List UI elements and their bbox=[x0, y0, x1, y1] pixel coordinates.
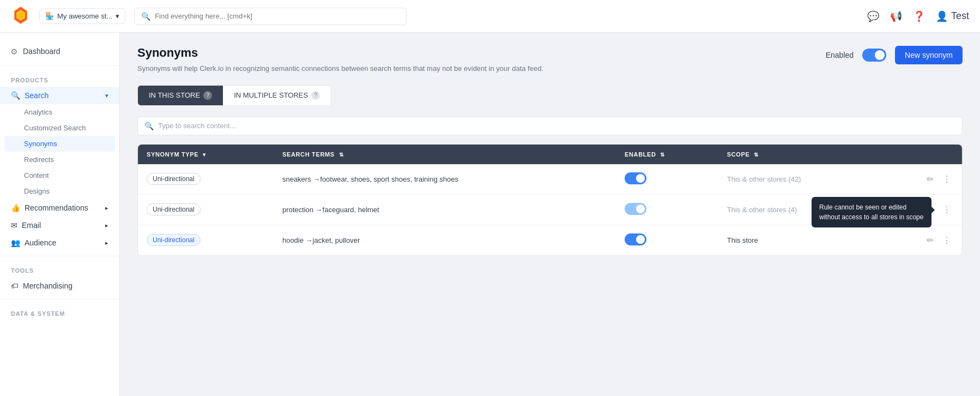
row3-type: Uni-directional bbox=[138, 225, 274, 255]
topnav-right: 💬 📢 ❓ 👤 Test bbox=[867, 10, 969, 22]
tab-in-multiple-stores-label: IN MULTIPLE STORES bbox=[234, 91, 308, 99]
col-actions bbox=[880, 145, 962, 164]
user-menu[interactable]: 👤 Test bbox=[936, 10, 969, 22]
tab-in-multiple-stores-help[interactable]: ? bbox=[311, 91, 320, 100]
email-label: Email bbox=[22, 221, 41, 230]
row2-toggle[interactable] bbox=[625, 203, 646, 215]
sidebar-item-analytics[interactable]: Analytics bbox=[0, 104, 119, 120]
row3-toggle[interactable] bbox=[625, 233, 646, 245]
sidebar-item-audience[interactable]: 👥 Audience ▸ bbox=[0, 234, 119, 251]
user-icon: 👤 bbox=[936, 10, 948, 22]
sidebar-item-search[interactable]: 🔍 Search ▾ bbox=[0, 87, 119, 104]
chevron-down-icon: ▾ bbox=[116, 12, 119, 20]
row3-toggle-slider bbox=[625, 233, 646, 245]
enabled-toggle[interactable] bbox=[862, 49, 886, 62]
row1-action-buttons: ✏ ⋮ bbox=[889, 172, 953, 187]
content-search-wrapper: 🔍 bbox=[137, 117, 963, 135]
page-header-right: Enabled New synonym bbox=[826, 46, 963, 64]
chevron-right-icon3: ▸ bbox=[105, 239, 108, 247]
content-search-input[interactable] bbox=[158, 122, 955, 130]
page-title: Synonyms bbox=[137, 46, 543, 60]
chevron-down-icon: ▾ bbox=[105, 92, 108, 99]
chevron-right-icon2: ▸ bbox=[105, 222, 108, 229]
sidebar-search-label: Search bbox=[25, 91, 49, 100]
page-header: Synonyms Synonyms will help Clerk.io in … bbox=[137, 46, 963, 74]
col-synonym-type[interactable]: SYNONYM TYPE ▾ bbox=[138, 145, 274, 164]
sidebar-divider-2 bbox=[0, 256, 119, 256]
row1-terms: sneakers →footwear, shoes, sport shoes, … bbox=[274, 164, 616, 195]
table-header: SYNONYM TYPE ▾ SEARCH TERMS ⇅ ENABLED ⇅ bbox=[138, 145, 962, 164]
tab-in-multiple-stores[interactable]: IN MULTIPLE STORES ? bbox=[223, 86, 331, 105]
tag-icon: 🏷 bbox=[11, 281, 19, 290]
new-synonym-button[interactable]: New synonym bbox=[895, 46, 963, 64]
row1-more-button[interactable]: ⋮ bbox=[940, 172, 953, 187]
sidebar-item-email[interactable]: ✉ Email ▸ bbox=[0, 217, 119, 234]
comments-icon[interactable]: 💬 bbox=[867, 10, 879, 22]
main-layout: ⊙ Dashboard PRODUCTS 🔍 Search ▾ Analytic… bbox=[0, 33, 980, 396]
row2-scope-text: This & other stores (4) bbox=[727, 206, 797, 214]
sidebar-item-customized-search[interactable]: Customized Search bbox=[0, 120, 119, 136]
sidebar-item-recommendations[interactable]: 👍 Recommendations ▸ bbox=[0, 199, 119, 217]
dashboard-icon: ⊙ bbox=[11, 47, 17, 56]
row1-enabled bbox=[616, 164, 718, 195]
row3-actions: ✏ ⋮ bbox=[880, 225, 962, 255]
sort-icon-terms: ⇅ bbox=[339, 152, 344, 158]
synonyms-table: SYNONYM TYPE ▾ SEARCH TERMS ⇅ ENABLED ⇅ bbox=[138, 145, 962, 255]
search-icon: 🔍 bbox=[141, 12, 150, 21]
row3-enabled bbox=[616, 225, 718, 255]
table-header-row: SYNONYM TYPE ▾ SEARCH TERMS ⇅ ENABLED ⇅ bbox=[138, 145, 962, 164]
row1-scope: This & other stores (42) bbox=[718, 164, 880, 195]
tab-in-this-store-label: IN THIS STORE bbox=[149, 91, 200, 99]
table-row: Uni-directional protection →faceguard, h… bbox=[138, 194, 962, 225]
sidebar-item-merchandising[interactable]: 🏷 Merchandising bbox=[0, 277, 119, 295]
chevron-right-icon: ▸ bbox=[105, 205, 108, 212]
row3-scope: This store bbox=[718, 225, 880, 255]
row2-edit-button[interactable]: ✏ bbox=[924, 202, 936, 217]
store-icon: 🏪 bbox=[45, 12, 54, 20]
sidebar-item-synonyms[interactable]: Synonyms bbox=[4, 136, 115, 152]
enabled-label: Enabled bbox=[826, 51, 854, 59]
sidebar-divider-1 bbox=[0, 65, 119, 66]
row2-scope: This & other stores (4) bbox=[718, 194, 880, 225]
merchandising-label: Merchandising bbox=[23, 281, 72, 290]
sidebar-item-designs[interactable]: Designs bbox=[0, 183, 119, 199]
sidebar-section-products: PRODUCTS bbox=[0, 70, 119, 87]
synonym-tabs: IN THIS STORE ? IN MULTIPLE STORES ? bbox=[137, 85, 331, 106]
row3-more-button[interactable]: ⋮ bbox=[940, 233, 953, 248]
badge-unidirectional-1: Uni-directional bbox=[147, 173, 201, 185]
global-search[interactable]: 🔍 bbox=[134, 8, 407, 25]
sidebar-item-redirects[interactable]: Redirects bbox=[0, 152, 119, 167]
synonyms-table-wrapper: SYNONYM TYPE ▾ SEARCH TERMS ⇅ ENABLED ⇅ bbox=[137, 144, 963, 256]
logo bbox=[11, 5, 31, 27]
sidebar-item-content[interactable]: Content bbox=[0, 167, 119, 183]
global-search-input[interactable] bbox=[155, 12, 400, 20]
row1-scope-text: This & other stores (42) bbox=[727, 175, 801, 183]
thumb-icon: 👍 bbox=[11, 203, 20, 212]
notifications-icon[interactable]: 📢 bbox=[890, 10, 902, 22]
col-enabled[interactable]: ENABLED ⇅ bbox=[616, 145, 718, 164]
page-header-left: Synonyms Synonyms will help Clerk.io in … bbox=[137, 46, 543, 74]
row2-type: Uni-directional bbox=[138, 194, 274, 225]
row3-action-buttons: ✏ ⋮ bbox=[889, 233, 953, 248]
sidebar-section-data: DATA & SYSTEM bbox=[0, 304, 119, 320]
store-selector[interactable]: 🏪 My awesome st... ▾ bbox=[39, 8, 125, 24]
row1-edit-button[interactable]: ✏ bbox=[924, 172, 936, 187]
main-content: Synonyms Synonyms will help Clerk.io in … bbox=[120, 33, 980, 396]
row1-toggle[interactable] bbox=[625, 172, 646, 184]
tab-in-this-store[interactable]: IN THIS STORE ? bbox=[138, 86, 223, 105]
row2-more-button[interactable]: ⋮ bbox=[940, 202, 953, 217]
tab-in-this-store-help[interactable]: ? bbox=[203, 91, 212, 100]
email-icon: ✉ bbox=[11, 221, 17, 230]
row3-scope-text: This store bbox=[727, 236, 758, 244]
col-search-terms[interactable]: SEARCH TERMS ⇅ bbox=[274, 145, 616, 164]
row3-edit-button[interactable]: ✏ bbox=[924, 233, 936, 248]
col-scope[interactable]: SCOPE ⇅ bbox=[718, 145, 880, 164]
sidebar-item-dashboard[interactable]: ⊙ Dashboard bbox=[0, 41, 119, 61]
help-icon[interactable]: ❓ bbox=[913, 10, 925, 22]
sort-icon-type: ▾ bbox=[203, 152, 206, 158]
sidebar: ⊙ Dashboard PRODUCTS 🔍 Search ▾ Analytic… bbox=[0, 33, 120, 396]
recommendations-label: Recommendations bbox=[25, 203, 88, 212]
search-nav-icon: 🔍 bbox=[11, 91, 20, 100]
table-row: Uni-directional hoodie →jacket, pullover… bbox=[138, 225, 962, 255]
page-subtitle: Synonyms will help Clerk.io in recognizi… bbox=[137, 63, 543, 74]
